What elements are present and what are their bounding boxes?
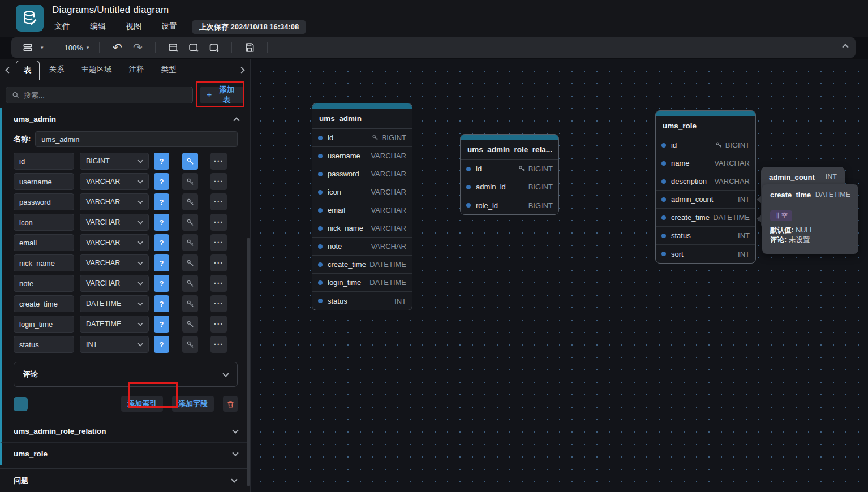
field-type-select[interactable]: INT (80, 336, 149, 353)
field-more-button[interactable]: ··· (210, 234, 227, 251)
canvas-table[interactable]: ums_admin id BIGINT username VARCHAR pas… (312, 103, 412, 310)
table-color-swatch[interactable] (14, 397, 28, 411)
field-more-button[interactable]: ··· (210, 153, 227, 170)
canvas-field-row[interactable]: icon VARCHAR (312, 183, 412, 201)
canvas-field-row[interactable]: status INT (656, 227, 755, 245)
canvas-field-row[interactable]: name VARCHAR (656, 154, 755, 172)
canvas-field-row[interactable]: sort INT (656, 245, 755, 263)
field-type-select[interactable]: VARCHAR (80, 193, 149, 210)
field-more-button[interactable]: ··· (210, 295, 227, 312)
tab-tables[interactable]: 表 (16, 61, 40, 80)
menu-settings[interactable]: 设置 (159, 20, 179, 33)
add-field-button[interactable]: 添加字段 (172, 396, 214, 412)
tabs-scroll-left-icon[interactable] (3, 66, 14, 74)
add-table-tool-icon[interactable] (166, 40, 181, 55)
nullable-toggle-button[interactable]: ? (154, 336, 169, 353)
field-type-select[interactable]: VARCHAR (80, 214, 149, 231)
canvas-field-row[interactable]: admin_count INT (656, 191, 755, 209)
menu-view[interactable]: 视图 (123, 20, 144, 33)
canvas-field-row[interactable]: description VARCHAR (656, 172, 755, 191)
menu-file[interactable]: 文件 (52, 20, 72, 33)
nullable-toggle-button[interactable]: ? (154, 214, 169, 231)
canvas-field-row[interactable]: id BIGINT (461, 160, 558, 178)
field-name-input[interactable] (14, 295, 74, 312)
undo-button[interactable]: ↶ (110, 40, 124, 55)
layout-caret-icon[interactable]: ▾ (41, 45, 44, 50)
field-type-select[interactable]: VARCHAR (80, 254, 149, 271)
tab-relationships[interactable]: 关系 (42, 61, 72, 79)
menu-edit[interactable]: 编辑 (88, 20, 108, 33)
add-area-tool-icon[interactable] (186, 40, 201, 55)
toolbar-collapse-button[interactable] (843, 42, 848, 51)
tabs-scroll-right-icon[interactable] (237, 66, 247, 74)
issues-section[interactable]: 问题 (0, 468, 250, 492)
field-type-select[interactable]: DATETIME (80, 295, 149, 312)
canvas-field-row[interactable]: id BIGINT (312, 129, 412, 147)
field-type-select[interactable]: BIGINT (80, 153, 149, 170)
canvas-field-row[interactable]: username VARCHAR (312, 147, 412, 165)
redo-button[interactable]: ↷ (130, 40, 145, 55)
primary-key-button[interactable] (182, 275, 198, 292)
accordion-header-ums-admin[interactable]: ums_admin (2, 108, 250, 130)
field-name-input[interactable] (14, 153, 74, 170)
delete-table-button[interactable] (223, 396, 238, 412)
primary-key-button[interactable] (182, 193, 198, 210)
field-type-select[interactable]: VARCHAR (80, 275, 149, 292)
nullable-toggle-button[interactable]: ? (154, 234, 169, 251)
field-type-select[interactable]: DATETIME (80, 316, 149, 333)
nullable-toggle-button[interactable]: ? (154, 295, 169, 312)
nullable-toggle-button[interactable]: ? (154, 254, 169, 271)
table-name-input[interactable] (35, 131, 238, 147)
field-more-button[interactable]: ··· (210, 214, 227, 231)
canvas-field-row[interactable]: note VARCHAR (312, 238, 412, 256)
field-type-select[interactable]: VARCHAR (80, 234, 149, 251)
primary-key-button[interactable] (182, 336, 198, 353)
primary-key-button[interactable] (182, 214, 198, 231)
canvas-table[interactable]: ums_admin_role_rela... id BIGINT admin_i… (460, 134, 559, 215)
sidebar-scrollbar[interactable] (247, 238, 250, 486)
add-index-button[interactable]: 添加索引 (121, 396, 163, 412)
field-name-input[interactable] (14, 193, 74, 210)
app-logo[interactable] (16, 5, 44, 32)
zoom-level-dropdown[interactable]: 100% ▾ (65, 44, 89, 52)
nullable-toggle-button[interactable]: ? (154, 173, 169, 190)
primary-key-button[interactable] (182, 254, 198, 271)
field-more-button[interactable]: ··· (210, 316, 227, 333)
diagram-canvas[interactable]: ums_admin id BIGINT username VARCHAR pas… (251, 59, 868, 492)
field-name-input[interactable] (14, 234, 74, 251)
canvas-field-row[interactable]: email VARCHAR (312, 201, 412, 219)
canvas-field-row[interactable]: password VARCHAR (312, 165, 412, 183)
field-name-input[interactable] (14, 336, 74, 353)
primary-key-button[interactable] (182, 316, 198, 333)
canvas-field-row[interactable]: create_time DATETIME (312, 256, 412, 274)
field-name-input[interactable] (14, 275, 74, 292)
nullable-toggle-button[interactable]: ? (154, 316, 169, 333)
comment-section-toggle[interactable]: 评论 (14, 362, 238, 387)
field-more-button[interactable]: ··· (210, 254, 227, 271)
primary-key-button[interactable] (182, 173, 198, 190)
nullable-toggle-button[interactable]: ? (154, 275, 169, 292)
add-note-tool-icon[interactable] (207, 40, 221, 55)
canvas-field-row[interactable]: role_id BIGINT (461, 196, 558, 214)
canvas-field-row[interactable]: login_time DATETIME (312, 274, 412, 292)
field-more-button[interactable]: ··· (210, 336, 227, 353)
canvas-field-row[interactable]: status INT (312, 292, 412, 310)
field-more-button[interactable]: ··· (210, 275, 227, 292)
nullable-toggle-button[interactable]: ? (154, 193, 169, 210)
canvas-field-row[interactable]: nick_name VARCHAR (312, 219, 412, 238)
canvas-field-row[interactable]: admin_id BIGINT (461, 178, 558, 196)
field-name-input[interactable] (14, 316, 74, 333)
field-more-button[interactable]: ··· (210, 173, 227, 190)
tab-subject-areas[interactable]: 主题区域 (74, 61, 119, 79)
field-name-input[interactable] (14, 214, 74, 231)
tab-notes[interactable]: 注释 (122, 61, 152, 79)
field-name-input[interactable] (14, 173, 74, 190)
field-more-button[interactable]: ··· (210, 193, 227, 210)
search-input[interactable] (24, 91, 187, 100)
canvas-field-row[interactable]: id BIGINT (656, 136, 755, 154)
layout-panels-icon[interactable] (20, 40, 35, 55)
table-accordion-ums-role[interactable]: ums_role (0, 443, 250, 465)
field-name-input[interactable] (14, 254, 74, 271)
save-button[interactable] (242, 40, 257, 55)
primary-key-button[interactable] (182, 153, 198, 170)
